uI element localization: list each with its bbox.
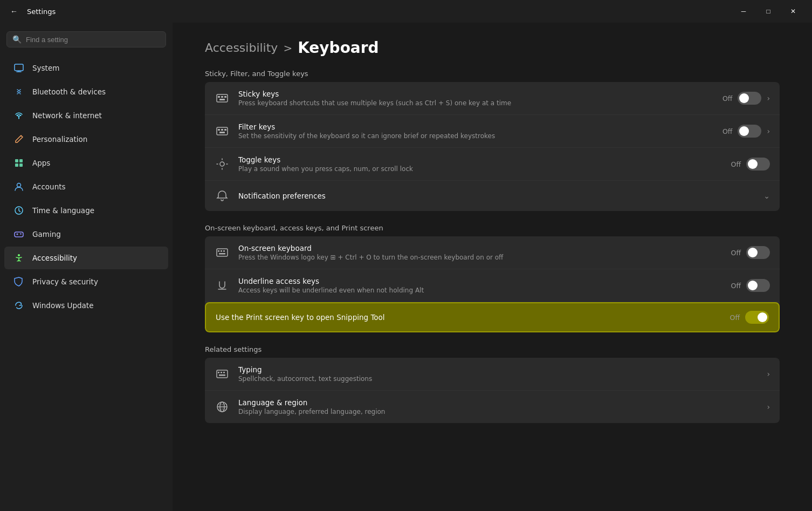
breadcrumb-current: Keyboard [298,39,379,57]
svg-rect-28 [221,372,222,373]
svg-rect-29 [223,372,225,373]
svg-rect-12 [221,96,223,98]
sidebar-item-label-privacy: Privacy & security [32,277,98,286]
gaming-icon [13,228,25,240]
maximize-button[interactable]: □ [756,3,781,20]
underline-access-keys-name: Underline access keys [238,277,722,285]
sidebar-item-personalization[interactable]: Personalization [4,128,168,151]
sidebar-item-windows-update[interactable]: Windows Update [4,294,168,317]
notification-pref-chevron: ⌄ [763,192,770,200]
sticky-keys-toggle[interactable] [738,92,761,105]
underline-access-keys-desc: Access keys will be underlined even when… [238,287,722,294]
typing-desc: Spellcheck, autocorrect, text suggestion… [238,375,758,383]
notification-pref-right: ⌄ [763,192,770,200]
svg-rect-18 [224,129,226,131]
svg-rect-25 [219,253,225,255]
back-button[interactable]: ← [6,4,22,19]
sidebar-item-label-windows-update: Windows Update [32,301,93,310]
filter-keys-icon [215,124,230,139]
svg-rect-21 [217,249,228,256]
toggle-keys-icon [215,156,230,172]
sidebar-item-label-time: Time & language [32,206,94,215]
print-screen-snipping-toggle[interactable] [745,311,769,324]
language-region-right: › [767,403,770,411]
svg-rect-13 [224,96,226,98]
breadcrumb-parent[interactable]: Accessibility [205,41,278,54]
language-region-chevron: › [767,403,770,411]
svg-point-1 [18,118,19,119]
language-region-row[interactable]: Language & region Display language, pref… [205,391,780,423]
search-box[interactable]: 🔍 [6,31,166,47]
toggle-keys-row[interactable]: Toggle keys Play a sound when you press … [205,148,780,181]
accounts-icon [13,181,25,193]
underline-access-keys-text: Underline access keys Access keys will b… [238,277,722,294]
sidebar: 🔍 System Bluetooth & devices Network & i… [0,23,173,511]
print-screen-snipping-row[interactable]: Use the Print screen key to open Snippin… [205,302,780,332]
language-region-icon [215,399,230,414]
close-button[interactable]: ✕ [781,3,806,20]
notification-preferences-row[interactable]: Notification preferences ⌄ [205,181,780,211]
svg-rect-8 [15,232,23,237]
minimize-button[interactable]: ─ [731,3,756,20]
sidebar-item-gaming[interactable]: Gaming [4,223,168,246]
sidebar-item-label-personalization: Personalization [32,135,87,144]
search-input[interactable] [26,36,160,44]
svg-rect-19 [219,132,225,133]
personalization-icon [13,133,25,145]
sidebar-item-privacy[interactable]: Privacy & security [4,270,168,293]
typing-row[interactable]: Typing Spellcheck, autocorrect, text sug… [205,358,780,391]
sidebar-item-accounts[interactable]: Accounts [4,175,168,198]
filter-keys-toggle[interactable] [738,125,761,138]
titlebar-controls: ─ □ ✕ [731,3,806,20]
sticky-keys-right: Off › [722,92,770,105]
svg-rect-17 [221,129,223,131]
sidebar-item-system[interactable]: System [4,57,168,79]
print-screen-snipping-text: Use the Print screen key to open Snippin… [216,313,721,322]
sticky-keys-row[interactable]: Sticky keys Press keyboard shortcuts tha… [205,82,780,115]
section-title-onscreen: On-screen keyboard, access keys, and Pri… [205,224,780,232]
toggle-keys-right: Off [731,158,770,171]
sticky-keys-chevron: › [767,94,770,103]
underline-access-keys-right: Off [731,279,770,292]
breadcrumb: Accessibility > Keyboard [205,39,780,57]
on-screen-keyboard-card: On-screen keyboard Press the Windows log… [205,236,780,332]
sidebar-item-apps[interactable]: Apps [4,152,168,174]
related-settings-card: Typing Spellcheck, autocorrect, text sug… [205,358,780,423]
print-screen-snipping-right: Off [730,311,769,324]
time-icon [13,205,25,216]
toggle-keys-status: Off [731,160,741,168]
titlebar-title: Settings [27,8,56,16]
toggle-keys-desc: Play a sound when you press caps, num, o… [238,165,722,173]
filter-keys-row[interactable]: Filter keys Set the sensitivity of the k… [205,115,780,148]
filter-keys-desc: Set the sensitivity of the keyboard so i… [238,132,714,140]
svg-rect-4 [15,163,18,167]
print-screen-snipping-status: Off [730,314,740,322]
svg-rect-10 [217,94,228,102]
language-region-text: Language & region Display language, pref… [238,398,758,415]
underline-access-keys-status: Off [731,282,741,290]
sticky-keys-desc: Press keyboard shortcuts that use multip… [238,99,714,107]
underline-access-keys-toggle[interactable] [746,279,770,292]
underline-access-keys-row[interactable]: Underline access keys Access keys will b… [205,269,780,302]
sticky-keys-text: Sticky keys Press keyboard shortcuts tha… [238,90,714,107]
svg-point-9 [18,254,20,256]
svg-rect-11 [218,96,220,98]
sidebar-item-time[interactable]: Time & language [4,199,168,222]
section-title-related: Related settings [205,345,780,353]
on-screen-keyboard-row[interactable]: On-screen keyboard Press the Windows log… [205,236,780,269]
section-on-screen: On-screen keyboard, access keys, and Pri… [205,224,780,332]
sidebar-item-network[interactable]: Network & internet [4,104,168,127]
sidebar-item-accessibility[interactable]: Accessibility [4,247,168,269]
breadcrumb-separator: > [283,42,292,54]
notification-pref-icon [215,188,230,203]
filter-keys-chevron: › [767,127,770,135]
svg-point-20 [220,162,224,166]
svg-rect-0 [15,64,23,71]
section-related-settings: Related settings Typing Spellcheck, auto… [205,345,780,423]
svg-rect-15 [217,127,228,135]
toggle-keys-toggle[interactable] [746,158,770,171]
svg-rect-23 [221,250,222,252]
svg-rect-30 [219,374,225,376]
on-screen-keyboard-toggle[interactable] [746,246,770,259]
sidebar-item-bluetooth[interactable]: Bluetooth & devices [4,80,168,103]
